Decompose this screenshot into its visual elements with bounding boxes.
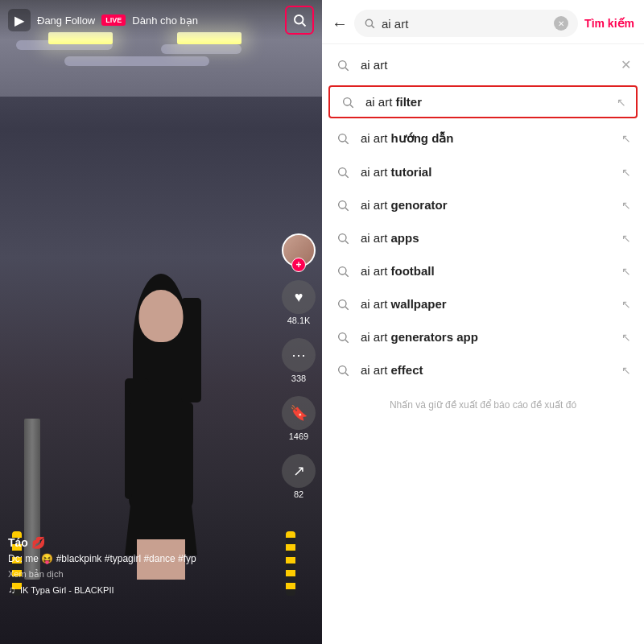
svg-line-21 [345, 307, 349, 310]
nav-follow-label: Đang Follow [37, 14, 95, 27]
search-button[interactable] [285, 6, 314, 35]
fill-search-icon[interactable]: ↖ [621, 364, 631, 377]
svg-line-19 [345, 274, 349, 277]
fill-search-icon[interactable]: ↖ [621, 298, 631, 311]
svg-point-16 [339, 233, 346, 241]
search-icon [335, 364, 351, 377]
search-icon [292, 13, 307, 27]
share-count: 82 [294, 489, 303, 499]
svg-point-10 [339, 134, 346, 142]
creator-avatar-item[interactable]: + [282, 233, 316, 267]
svg-line-17 [345, 241, 349, 244]
comment-icon: ⋯ [282, 338, 316, 372]
fill-search-icon[interactable]: ↖ [621, 331, 631, 344]
svg-line-7 [345, 68, 349, 71]
video-caption: Dc: me 😝 #blackpink #typagirl #dance #fy… [8, 552, 274, 566]
search-suggestion-football[interactable]: ai art football ↖ [322, 254, 644, 287]
live-badge: LIVE [101, 14, 126, 26]
svg-point-24 [339, 365, 346, 373]
fill-search-icon[interactable]: ↖ [621, 199, 631, 212]
search-suggestion-tutorial[interactable]: ai art tutorial ↖ [322, 155, 644, 188]
bookmark-icon: 🔖 [282, 396, 316, 430]
svg-point-4 [365, 19, 372, 26]
svg-point-18 [339, 266, 346, 274]
translate-link[interactable]: Xem bản dịch [8, 569, 274, 580]
nav-for-you-label: Dành cho bạn [132, 14, 198, 27]
clear-search-button[interactable]: ✕ [554, 16, 568, 31]
svg-line-3 [302, 23, 305, 26]
svg-point-20 [339, 299, 346, 307]
search-result-text: ai art filter [365, 95, 607, 109]
search-suggestion-huong-dan[interactable]: ai art hướng dẫn ↖ [322, 122, 644, 155]
like-count: 48.1K [287, 316, 311, 325]
search-icon [335, 298, 351, 311]
search-icon [335, 232, 351, 245]
tiktok-logo-icon: ▶ [8, 9, 31, 31]
search-result-text: ai art football [361, 264, 612, 278]
search-result-text: ai art apps [361, 231, 612, 245]
share-button[interactable]: ↗ 82 [282, 454, 316, 499]
fill-search-icon[interactable]: ↖ [621, 265, 631, 278]
bookmark-button[interactable]: 🔖 1469 [282, 396, 316, 441]
search-suggestion-wallpaper[interactable]: ai art wallpaper ↖ [322, 287, 644, 320]
fill-search-icon[interactable]: ↖ [617, 96, 626, 109]
search-suggestion-effect[interactable]: ai art effect ↖ [322, 353, 644, 386]
search-result-text: ai art generators app [361, 330, 612, 344]
top-navigation: ▶ Đang Follow LIVE Dành cho bạn [0, 0, 322, 40]
parking-barrier [286, 531, 295, 596]
search-result-text: ai art genorator [361, 198, 612, 212]
fill-search-icon[interactable]: ↖ [621, 232, 631, 245]
search-header: ← ✕ Tìm kiếm [322, 0, 644, 44]
video-panel: ▶ Đang Follow LIVE Dành cho bạn + ♥ 48.1… [0, 0, 322, 644]
svg-line-11 [345, 141, 349, 144]
search-panel: ← ✕ Tìm kiếm ai art ✕ [322, 0, 644, 644]
back-button[interactable]: ← [332, 14, 348, 33]
comment-button[interactable]: ⋯ 338 [282, 338, 316, 383]
like-button[interactable]: ♥ 48.1K [282, 280, 316, 325]
svg-line-13 [345, 175, 349, 178]
svg-point-6 [339, 60, 346, 68]
search-icon [335, 265, 351, 278]
remove-recent-icon[interactable]: ✕ [621, 57, 631, 72]
heart-icon: ♥ [282, 280, 316, 314]
follow-plus-icon: + [291, 258, 306, 272]
search-result-text: ai art hướng dẫn [361, 131, 612, 146]
fill-search-icon[interactable]: ↖ [621, 132, 631, 145]
pipe [64, 56, 209, 66]
search-result-text: ai art [361, 58, 611, 72]
search-icon [335, 331, 351, 344]
svg-text:▶: ▶ [14, 14, 25, 27]
svg-point-12 [339, 167, 346, 175]
pipe [161, 44, 242, 54]
svg-line-15 [345, 208, 349, 211]
comment-count: 338 [291, 374, 306, 383]
video-info: Táo 💋 Dc: me 😝 #blackpink #typagirl #dan… [8, 536, 274, 596]
search-suggestion-filter[interactable]: ai art filter ↖ [328, 85, 638, 118]
svg-line-25 [345, 373, 349, 376]
share-icon: ↗ [282, 454, 316, 488]
search-results-list: ai art ✕ ai art filter ↖ ai art hướng dẫ… [322, 44, 644, 644]
search-icon [335, 166, 351, 179]
search-result-text: ai art effect [361, 363, 612, 377]
search-input[interactable] [382, 17, 547, 31]
video-actions: + ♥ 48.1K ⋯ 338 🔖 1469 ↗ 82 [282, 233, 316, 499]
creator-avatar: + [282, 233, 316, 267]
search-result-icon [335, 59, 351, 72]
svg-point-2 [295, 15, 303, 24]
search-icon [335, 199, 351, 212]
svg-point-8 [344, 97, 351, 105]
svg-point-22 [339, 332, 346, 340]
search-suggestion-apps[interactable]: ai art apps ↖ [322, 221, 644, 254]
search-suggestion-genorator[interactable]: ai art genorator ↖ [322, 188, 644, 221]
search-suggestion-generators-app[interactable]: ai art generators app ↖ [322, 320, 644, 353]
search-submit-button[interactable]: Tìm kiếm [584, 17, 634, 30]
search-icon [335, 132, 351, 145]
search-icon [340, 96, 356, 109]
fill-search-icon[interactable]: ↖ [621, 166, 631, 179]
video-username: Táo 💋 [8, 536, 274, 549]
person-head [139, 290, 184, 342]
search-input-wrapper: ✕ [354, 10, 578, 37]
music-note-icon: ♫ [8, 584, 15, 596]
person-figure [105, 242, 217, 580]
search-result-item[interactable]: ai art ✕ [322, 47, 644, 82]
